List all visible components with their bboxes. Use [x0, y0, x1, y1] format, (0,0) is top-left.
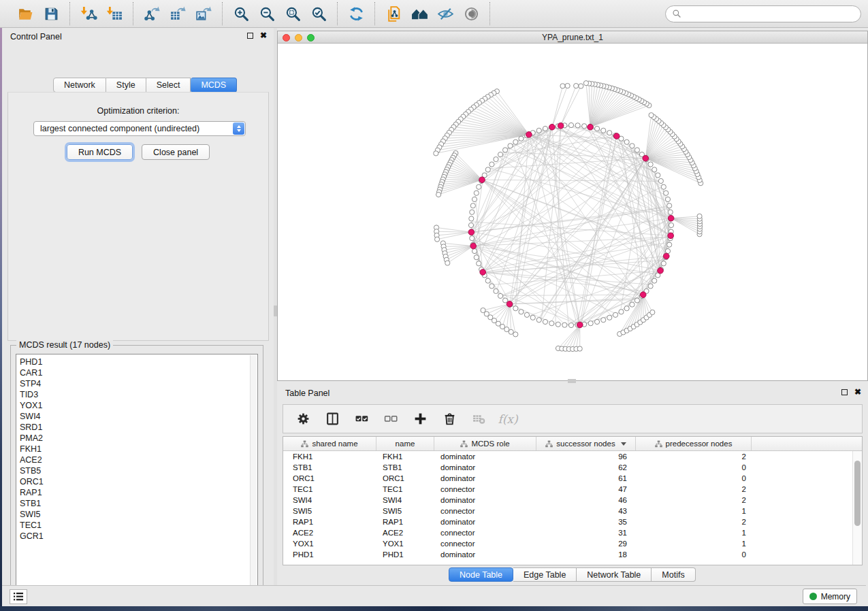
- network-node[interactable]: [656, 173, 660, 178]
- run-mcds-button[interactable]: Run MCDS: [67, 144, 133, 160]
- network-node[interactable]: [661, 184, 666, 189]
- close-panel-button[interactable]: Close panel: [142, 144, 210, 160]
- network-node[interactable]: [519, 136, 524, 141]
- network-node[interactable]: [489, 162, 494, 167]
- select-all-rows-button[interactable]: [353, 410, 370, 428]
- hide-panel-eye-button[interactable]: [435, 3, 455, 24]
- network-node[interactable]: [530, 315, 535, 320]
- table-row[interactable]: TEC1TEC1connector472: [283, 484, 852, 495]
- network-node[interactable]: [494, 288, 498, 293]
- network-node[interactable]: [509, 329, 513, 334]
- network-node[interactable]: [562, 323, 567, 327]
- table-row[interactable]: YOX1YOX1connector291: [283, 538, 852, 549]
- list-item[interactable]: SRD1: [20, 422, 257, 433]
- tab-node-table[interactable]: Node Table: [449, 567, 513, 582]
- network-node[interactable]: [630, 302, 634, 307]
- network-node[interactable]: [649, 113, 654, 118]
- network-hub-node[interactable]: [577, 322, 583, 328]
- add-column-button[interactable]: [411, 410, 429, 428]
- network-node[interactable]: [668, 210, 673, 214]
- network-node[interactable]: [470, 203, 475, 208]
- import-network-button[interactable]: [78, 3, 99, 24]
- network-node[interactable]: [582, 124, 587, 129]
- tab-select[interactable]: Select: [146, 78, 191, 93]
- list-item[interactable]: ORC1: [20, 476, 257, 487]
- export-network-button[interactable]: [142, 3, 162, 24]
- network-hub-node[interactable]: [640, 292, 646, 298]
- network-node[interactable]: [434, 151, 438, 156]
- network-node[interactable]: [472, 248, 477, 253]
- network-node[interactable]: [665, 197, 670, 201]
- network-hub-node[interactable]: [470, 243, 477, 249]
- network-window-titlebar[interactable]: YPA_prune.txt_1: [278, 31, 867, 44]
- tab-network-table[interactable]: Network Table: [577, 567, 652, 582]
- list-item[interactable]: YOX1: [20, 400, 257, 411]
- list-item[interactable]: TEC1: [20, 520, 257, 531]
- network-node[interactable]: [575, 123, 580, 128]
- network-node[interactable]: [489, 284, 494, 288]
- network-hub-node[interactable]: [658, 267, 664, 274]
- table-row[interactable]: ACE2ACE2connector311: [283, 527, 852, 538]
- table-scrollbar[interactable]: [852, 451, 862, 565]
- criterion-dropdown[interactable]: largest connected component (undirected): [33, 121, 246, 136]
- tab-motifs[interactable]: Motifs: [652, 567, 695, 582]
- zoom-out-button[interactable]: [257, 3, 277, 24]
- network-node[interactable]: [594, 319, 599, 324]
- network-node[interactable]: [536, 128, 541, 133]
- network-node[interactable]: [502, 148, 507, 152]
- network-node[interactable]: [549, 321, 554, 326]
- network-hub-node[interactable]: [468, 229, 475, 235]
- network-node[interactable]: [577, 346, 582, 351]
- network-hub-node[interactable]: [668, 215, 674, 221]
- network-node[interactable]: [669, 222, 673, 227]
- network-node[interactable]: [513, 139, 518, 144]
- mcds-list-scrollbar[interactable]: [250, 355, 257, 591]
- network-node[interactable]: [624, 139, 629, 144]
- network-node[interactable]: [568, 323, 573, 327]
- list-item[interactable]: FKH1: [20, 444, 257, 455]
- zoom-window-traffic-light[interactable]: [307, 34, 315, 42]
- network-node[interactable]: [536, 318, 541, 323]
- minimize-window-traffic-light[interactable]: [295, 34, 302, 42]
- function-builder-button[interactable]: f(x): [499, 410, 517, 428]
- network-graph-svg[interactable]: [278, 44, 867, 380]
- list-item[interactable]: RAP1: [20, 487, 257, 498]
- task-history-button[interactable]: [10, 589, 27, 604]
- network-node[interactable]: [485, 167, 490, 172]
- network-node[interactable]: [494, 156, 498, 161]
- network-node[interactable]: [588, 321, 593, 326]
- list-item[interactable]: SWI4: [20, 411, 257, 422]
- mcds-result-list[interactable]: PHD1CAR1STP4TID3YOX1SWI4SRD1PMA2FKH1ACE2…: [16, 354, 258, 593]
- close-window-traffic-light[interactable]: [283, 34, 290, 42]
- list-item[interactable]: SWI5: [20, 509, 257, 520]
- network-from-clipboard-button[interactable]: [383, 3, 404, 24]
- network-node[interactable]: [613, 312, 617, 317]
- tab-edge-table[interactable]: Edge Table: [513, 567, 577, 582]
- network-node[interactable]: [665, 248, 670, 253]
- network-hub-node[interactable]: [613, 133, 620, 139]
- memory-button[interactable]: Memory: [803, 589, 857, 604]
- table-scrollbar-thumb[interactable]: [854, 461, 861, 526]
- network-node[interactable]: [634, 148, 639, 152]
- table-row[interactable]: PHD1PHD1dominator180: [283, 549, 852, 560]
- save-session-button[interactable]: [41, 3, 61, 24]
- network-node[interactable]: [560, 84, 565, 88]
- deselect-all-rows-button[interactable]: [382, 410, 400, 428]
- network-node[interactable]: [650, 310, 655, 314]
- network-node[interactable]: [556, 322, 560, 327]
- network-node[interactable]: [661, 261, 666, 266]
- table-row[interactable]: ORC1ORC1dominator610: [283, 473, 852, 484]
- network-node[interactable]: [543, 126, 547, 131]
- network-hub-node[interactable]: [526, 131, 532, 137]
- delete-column-button[interactable]: [440, 410, 458, 428]
- network-node[interactable]: [574, 84, 579, 88]
- network-hub-node[interactable]: [643, 155, 649, 161]
- network-node[interactable]: [697, 214, 702, 218]
- network-node[interactable]: [601, 318, 606, 323]
- list-item[interactable]: CAR1: [20, 367, 257, 378]
- list-item[interactable]: PMA2: [20, 433, 257, 444]
- table-row[interactable]: SWI5SWI5connector431: [283, 506, 852, 516]
- list-item[interactable]: GCR1: [20, 531, 257, 542]
- column-header-shared-name[interactable]: shared name: [283, 437, 376, 450]
- network-hub-node[interactable]: [664, 253, 670, 259]
